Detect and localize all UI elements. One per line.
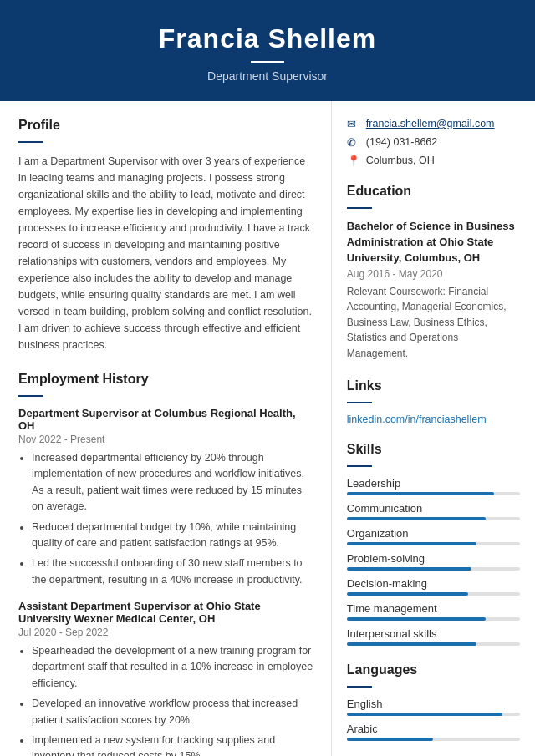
- languages-heading: Languages: [347, 662, 520, 681]
- contact-location: 📍 Columbus, OH: [347, 155, 520, 167]
- resume-header: Francia Shellem Department Supervisor: [0, 0, 535, 101]
- language-bar-bg: [347, 713, 520, 716]
- skill-bar-bg: [347, 492, 520, 495]
- right-column: ✉ francia.shellem@gmail.com ✆ (194) 031-…: [332, 101, 535, 756]
- skills-line: [347, 465, 372, 467]
- job-dates-1: Nov 2022 - Present: [18, 434, 314, 445]
- skill-name: Time management: [347, 602, 520, 615]
- skill-row: Communication: [347, 502, 520, 520]
- skill-bar-fill: [347, 517, 486, 520]
- job-entry-1: Department Supervisor at Columbus Region…: [18, 407, 314, 588]
- skill-bar-bg: [347, 642, 520, 646]
- skill-name: Decision-making: [347, 577, 520, 590]
- language-row: English: [347, 698, 520, 716]
- education-line: [347, 207, 372, 209]
- languages-section: Languages English Arabic: [347, 662, 520, 741]
- profile-line: [18, 141, 43, 143]
- candidate-name: Francia Shellem: [17, 23, 518, 54]
- language-bar-bg: [347, 738, 520, 741]
- language-name: English: [347, 698, 520, 710]
- language-bar-fill: [347, 713, 502, 716]
- job-dates-2: Jul 2020 - Sep 2022: [18, 627, 314, 638]
- edu-coursework: Relevant Coursework: Financial Accountin…: [347, 284, 520, 362]
- email-value: francia.shellem@gmail.com: [366, 118, 495, 129]
- bullet-item: Led the successful onboarding of 30 new …: [32, 556, 314, 588]
- skill-name: Problem-solving: [347, 552, 520, 565]
- job-title-1: Department Supervisor at Columbus Region…: [18, 407, 314, 432]
- edu-degree: Bachelor of Science in Business Administ…: [347, 219, 520, 266]
- contact-phone: ✆ (194) 031-8662: [347, 136, 520, 149]
- skill-name: Leadership: [347, 477, 520, 490]
- links-line: [347, 402, 372, 403]
- job-entry-2: Assistant Department Supervisor at Ohio …: [18, 600, 314, 756]
- skill-bar-fill: [347, 592, 468, 596]
- main-content: Profile I am a Department Supervisor wit…: [0, 101, 535, 756]
- profile-text: I am a Department Supervisor with over 3…: [18, 153, 314, 353]
- skill-row: Leadership: [347, 477, 520, 495]
- profile-heading: Profile: [18, 118, 314, 136]
- skill-name: Organization: [347, 527, 520, 540]
- contact-section: ✉ francia.shellem@gmail.com ✆ (194) 031-…: [347, 118, 520, 167]
- links-heading: Links: [347, 378, 520, 397]
- skills-heading: Skills: [347, 442, 520, 460]
- location-icon: 📍: [347, 155, 360, 167]
- job-title-2: Assistant Department Supervisor at Ohio …: [18, 600, 314, 625]
- skill-bar-bg: [347, 567, 520, 571]
- email-icon: ✉: [347, 118, 360, 130]
- links-section: Links linkedin.com/in/franciashellem: [347, 378, 520, 425]
- skill-bar-bg: [347, 592, 520, 596]
- bullet-item: Developed an innovative workflow process…: [32, 696, 314, 728]
- edu-dates: Aug 2016 - May 2020: [347, 268, 520, 280]
- skill-name: Communication: [347, 502, 520, 515]
- candidate-title: Department Supervisor: [17, 69, 518, 83]
- skill-bar-bg: [347, 517, 520, 520]
- bullet-item: Increased departmental efficiency by 20%…: [32, 450, 314, 515]
- employment-heading: Employment History: [18, 372, 314, 390]
- skill-bar-fill: [347, 542, 476, 545]
- bullet-item: Spearheaded the development of a new tra…: [32, 643, 314, 692]
- phone-value: (194) 031-8662: [366, 136, 437, 148]
- skill-bar-fill: [347, 642, 476, 646]
- skill-bar-fill: [347, 567, 471, 571]
- education-section: Education Bachelor of Science in Busines…: [347, 184, 520, 362]
- language-bar-fill: [347, 738, 434, 741]
- languages-list: English Arabic: [347, 698, 520, 741]
- contact-email: ✉ francia.shellem@gmail.com: [347, 118, 520, 130]
- skill-row: Problem-solving: [347, 552, 520, 571]
- employment-line: [18, 395, 43, 397]
- skills-list: Leadership Communication Organization Pr…: [347, 477, 520, 646]
- skill-name: Interpersonal skills: [347, 627, 520, 640]
- skill-bar-bg: [347, 542, 520, 545]
- skill-bar-fill: [347, 492, 494, 495]
- language-name: Arabic: [347, 723, 520, 735]
- profile-section: Profile I am a Department Supervisor wit…: [18, 118, 314, 353]
- skill-bar-fill: [347, 617, 486, 621]
- skill-row: Time management: [347, 602, 520, 621]
- header-divider: [251, 61, 284, 63]
- left-column: Profile I am a Department Supervisor wit…: [0, 101, 332, 756]
- link-item-1[interactable]: linkedin.com/in/franciashellem: [347, 414, 520, 425]
- language-row: Arabic: [347, 723, 520, 741]
- languages-line: [347, 686, 372, 688]
- location-value: Columbus, OH: [366, 155, 435, 166]
- phone-icon: ✆: [347, 136, 360, 149]
- skill-bar-bg: [347, 617, 520, 621]
- job-bullets-1: Increased departmental efficiency by 20%…: [18, 450, 314, 588]
- employment-section: Employment History Department Supervisor…: [18, 372, 314, 756]
- skill-row: Interpersonal skills: [347, 627, 520, 646]
- bullet-item: Reduced departmental budget by 10%, whil…: [32, 520, 314, 552]
- skill-row: Organization: [347, 527, 520, 545]
- skill-row: Decision-making: [347, 577, 520, 596]
- skills-section: Skills Leadership Communication Organiza…: [347, 442, 520, 646]
- education-heading: Education: [347, 184, 520, 202]
- bullet-item: Implemented a new system for tracking su…: [32, 733, 314, 756]
- job-bullets-2: Spearheaded the development of a new tra…: [18, 643, 314, 756]
